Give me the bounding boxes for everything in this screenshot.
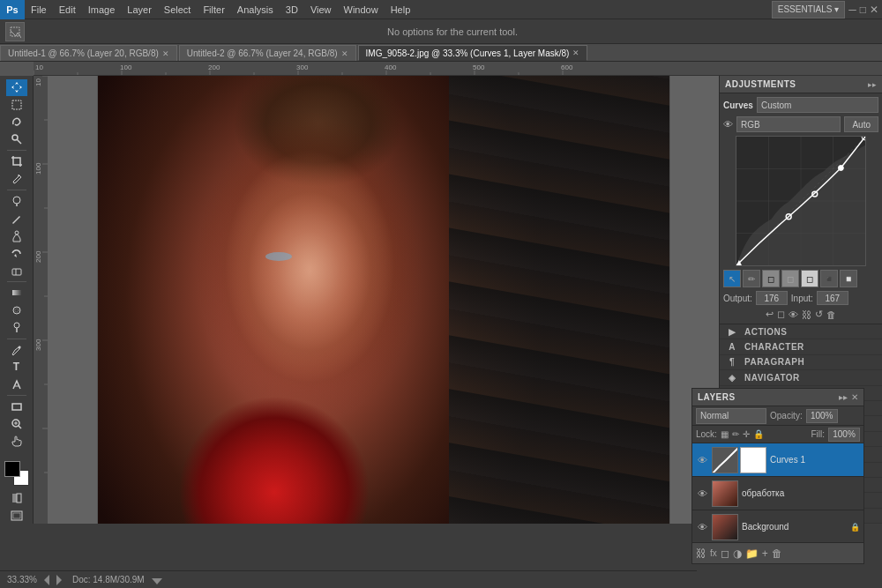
curves-white-point-btn[interactable]: ◻ <box>801 270 818 287</box>
stamp-tool[interactable] <box>6 227 27 244</box>
spot-heal-tool[interactable] <box>6 193 27 210</box>
quick-mask-btn[interactable] <box>6 490 27 507</box>
lock-position-btn[interactable]: ✛ <box>743 429 750 439</box>
output-value-field[interactable] <box>756 291 788 305</box>
eraser-tool[interactable] <box>6 263 27 279</box>
pen-tool[interactable] <box>6 341 27 358</box>
move-tool[interactable] <box>6 79 27 96</box>
dodge-tool[interactable] <box>6 319 27 336</box>
curves-sample-shadows-btn[interactable]: ◾ <box>820 270 838 287</box>
curves-reset-btn[interactable]: ↩ <box>766 309 774 320</box>
tab-close-1[interactable]: ✕ <box>341 49 348 58</box>
menu-help[interactable]: Help <box>385 0 417 19</box>
lock-transparent-btn[interactable]: ▦ <box>721 429 729 439</box>
essentials-button[interactable]: ESSENTIALS ▾ <box>772 1 845 19</box>
curves-draw-btn[interactable]: ✏ <box>743 270 760 287</box>
canvas-container[interactable] <box>48 76 719 524</box>
menu-edit[interactable]: Edit <box>53 0 82 19</box>
panel-item-character[interactable]: A CHARACTER <box>720 339 882 354</box>
menu-image[interactable]: Image <box>82 0 122 19</box>
menu-analysis[interactable]: Analysis <box>231 0 280 19</box>
zoom-tool[interactable] <box>6 416 27 433</box>
lock-image-btn[interactable]: ✏ <box>732 429 739 439</box>
panel-item-navigator[interactable]: ◈ NAVIGATOR <box>720 370 882 385</box>
layer-eye-background[interactable]: 👁 <box>696 522 708 532</box>
tab-2[interactable]: IMG_9058-2.jpg @ 33.3% (Curves 1, Layer … <box>358 45 588 61</box>
tab-close-0[interactable]: ✕ <box>162 49 169 58</box>
menu-layer[interactable]: Layer <box>121 0 158 19</box>
layers-delete-btn[interactable]: 🗑 <box>772 547 782 560</box>
curves-auto-button[interactable]: Auto <box>844 116 878 132</box>
layers-mask-btn[interactable]: ◻ <box>721 547 729 560</box>
close-button[interactable]: ✕ <box>870 4 878 16</box>
curves-chain-btn[interactable]: ⛓ <box>802 309 811 320</box>
blend-mode-dropdown[interactable]: Normal <box>696 408 766 424</box>
quick-select-tool[interactable] <box>6 131 27 148</box>
layers-link-btn[interactable]: ⛓ <box>696 547 706 560</box>
path-select-tool[interactable] <box>6 376 27 393</box>
layer-row-obrabotka[interactable]: 👁 обработка <box>692 477 863 510</box>
curves-eye-btn[interactable]: 👁 <box>789 309 798 320</box>
svg-rect-46 <box>13 513 20 518</box>
channel-select-dropdown[interactable]: RGB <box>736 116 841 132</box>
layers-fx-btn[interactable]: fx <box>710 548 717 558</box>
layer-thumb-obrabotka <box>712 480 738 507</box>
layer-row-curves1[interactable]: 👁 Curves 1 <box>692 443 863 477</box>
layers-collapse-btn[interactable]: ▸▸ <box>839 392 848 402</box>
curves-graph[interactable] <box>736 136 866 266</box>
opacity-label: Opacity: <box>770 411 803 421</box>
channel-eye-icon[interactable]: 👁 <box>723 119 733 130</box>
pen-icon <box>11 344 23 356</box>
type-tool[interactable]: T <box>6 359 27 376</box>
layer-eye-obrabotka[interactable]: 👁 <box>696 488 708 499</box>
curves-preset-dropdown[interactable]: Custom <box>757 97 878 113</box>
layers-group-btn[interactable]: 📁 <box>745 547 759 560</box>
menu-file[interactable]: File <box>25 0 53 19</box>
layers-adj-btn[interactable]: ◑ <box>733 547 742 560</box>
curves-reset2-btn[interactable]: ↺ <box>815 309 823 320</box>
foreground-color-swatch[interactable] <box>4 461 20 477</box>
screen-mode-btn[interactable] <box>6 507 27 524</box>
brush-tool[interactable] <box>6 211 27 227</box>
curves-mask-btn[interactable]: ◻ <box>777 309 785 320</box>
curves-delete-btn[interactable]: 🗑 <box>826 309 836 320</box>
layer-row-background[interactable]: 👁 Background 🔒 <box>692 510 863 544</box>
adjustments-expand-btn[interactable]: ▸▸ <box>868 80 877 89</box>
hand-tool[interactable] <box>6 433 27 450</box>
curves-gray-point-btn[interactable]: ◻ <box>781 270 799 287</box>
tool-icon[interactable] <box>5 22 25 41</box>
color-swatches[interactable] <box>4 461 29 486</box>
shape-tool[interactable] <box>6 398 27 415</box>
input-value-field[interactable] <box>817 291 848 305</box>
history-brush-tool[interactable] <box>6 245 27 262</box>
panel-item-actions[interactable]: ▶ ACTIONS <box>720 324 882 339</box>
gradient-tool[interactable] <box>6 285 27 301</box>
curves-sample-midtones-btn[interactable]: ◽ <box>840 270 857 287</box>
tab-close-2[interactable]: ✕ <box>572 48 579 57</box>
lock-all-btn[interactable]: 🔒 <box>753 429 764 439</box>
marquee-tool[interactable] <box>6 97 27 114</box>
layer-eye-curves1[interactable]: 👁 <box>696 455 708 465</box>
curves-black-point-btn[interactable]: ◻ <box>762 270 780 287</box>
layers-close-btn[interactable]: ✕ <box>851 392 858 402</box>
menu-filter[interactable]: Filter <box>197 0 230 19</box>
fill-field[interactable] <box>828 428 860 442</box>
lasso-tool[interactable] <box>6 114 27 130</box>
eyedropper-tool[interactable] <box>6 171 27 188</box>
crop-tool[interactable] <box>6 153 27 170</box>
main-canvas[interactable] <box>97 76 670 524</box>
menu-view[interactable]: View <box>304 0 338 19</box>
curves-pointer-btn[interactable]: ↖ <box>723 270 741 287</box>
panel-item-paragraph[interactable]: ¶ PARAGRAPH <box>720 355 882 370</box>
layers-new-btn[interactable]: + <box>762 547 768 560</box>
minimize-button[interactable]: ─ <box>848 4 856 16</box>
menu-select[interactable]: Select <box>158 0 198 19</box>
tab-0[interactable]: Untitled-1 @ 66.7% (Layer 20, RGB/8) ✕ <box>0 45 177 61</box>
navigator-label: NAVIGATOR <box>744 373 800 383</box>
blur-tool[interactable] <box>6 301 27 318</box>
opacity-field[interactable] <box>806 409 838 423</box>
menu-window[interactable]: Window <box>338 0 385 19</box>
maximize-button[interactable]: □ <box>860 4 866 16</box>
tab-1[interactable]: Untitled-2 @ 66.7% (Layer 24, RGB/8) ✕ <box>179 45 356 61</box>
menu-3d[interactable]: 3D <box>280 0 304 19</box>
